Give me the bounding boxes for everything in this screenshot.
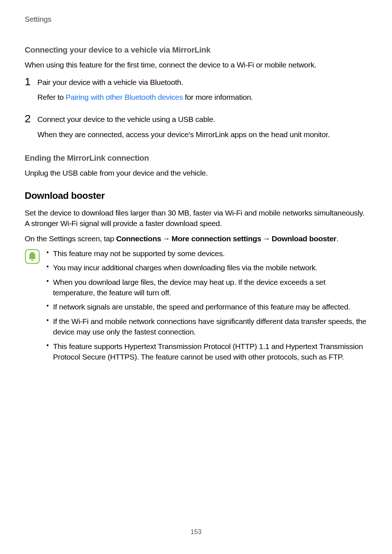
nav-download-booster: Download booster [271, 234, 336, 243]
step-2-line-2: When they are connected, access your dev… [37, 129, 367, 140]
subheading-connecting: Connecting your device to a vehicle via … [25, 45, 367, 56]
refer-prefix: Refer to [37, 93, 66, 101]
nav-connections: Connections [116, 234, 161, 243]
step-body: Connect your device to the vehicle using… [37, 113, 367, 144]
step-1-refer: Refer to Pairing with other Bluetooth de… [37, 92, 367, 102]
connecting-intro: When using this feature for the first ti… [25, 59, 367, 70]
page-number: 153 [0, 528, 392, 537]
note-item: If network signals are unstable, the spe… [45, 301, 367, 312]
note-bell-icon [25, 248, 43, 264]
nav-more-connection-settings: More connection settings [172, 234, 261, 243]
arrow-icon: → [261, 234, 272, 243]
section-download-booster: Download booster [25, 189, 367, 202]
booster-p2-prefix: On the Settings screen, tap [25, 234, 116, 243]
note-list: This feature may not be supported by som… [43, 248, 367, 366]
ending-body: Unplug the USB cable from your device an… [25, 168, 367, 178]
note-item: You may incur additional charges when do… [45, 262, 367, 273]
step-number: 2 [25, 113, 37, 124]
step-body: Pair your device with a vehicle via Blue… [37, 76, 367, 107]
note-item: This feature supports Hypertext Transmis… [45, 341, 367, 362]
page-container: Settings Connecting your device to a veh… [0, 0, 392, 554]
booster-para-2: On the Settings screen, tap Connections→… [25, 233, 367, 244]
step-2-line-1: Connect your device to the vehicle using… [37, 114, 367, 124]
page-header: Settings [25, 14, 367, 24]
note-block: This feature may not be supported by som… [25, 248, 367, 366]
refer-suffix: for more information. [183, 93, 253, 101]
step-1: 1 Pair your device with a vehicle via Bl… [25, 76, 367, 107]
arrow-icon: → [161, 234, 172, 243]
step-1-line-1: Pair your device with a vehicle via Blue… [37, 77, 367, 87]
step-2: 2 Connect your device to the vehicle usi… [25, 113, 367, 144]
booster-p2-suffix: . [336, 234, 339, 243]
step-list: 1 Pair your device with a vehicle via Bl… [25, 76, 367, 144]
note-item: This feature may not be supported by som… [45, 248, 367, 259]
booster-para-1: Set the device to download files larger … [25, 208, 367, 229]
note-item: If the Wi-Fi and mobile network connecti… [45, 316, 367, 337]
bluetooth-pairing-link[interactable]: Pairing with other Bluetooth devices [66, 93, 183, 101]
step-number: 1 [25, 76, 37, 87]
subheading-ending: Ending the MirrorLink connection [25, 153, 367, 164]
note-item: When you download large files, the devic… [45, 277, 367, 298]
